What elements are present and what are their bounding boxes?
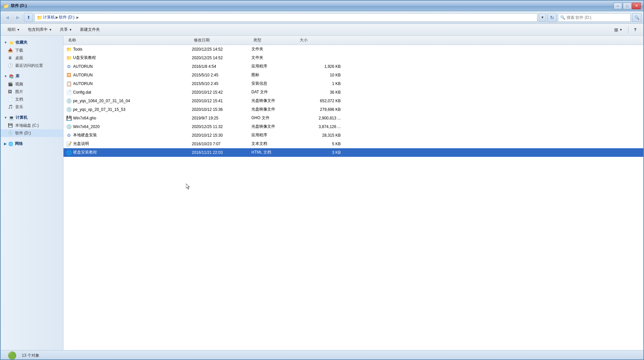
file-size: 5 KB xyxy=(298,142,341,146)
sidebar-item-recent[interactable]: 🕐 最近访问的位置 xyxy=(1,62,63,69)
sidebar-item-local-c[interactable]: 💾 本地磁盘 (C:) xyxy=(1,122,63,129)
back-button[interactable]: ◀ xyxy=(3,13,12,22)
sidebar-header-network[interactable]: ▶ 🌐 网络 xyxy=(1,140,63,148)
new-folder-button[interactable]: 新建文件夹 xyxy=(76,25,104,34)
file-type: 应用程序 xyxy=(251,64,298,69)
library-chevron-icon: ▼ xyxy=(49,28,52,31)
documents-icon: 📄 xyxy=(8,97,13,102)
table-row[interactable]: ⚙ AUTORUN 2016/1/8 4:54 应用程序 1,926 KB xyxy=(64,62,643,71)
file-size: 3,874,126 ... xyxy=(298,124,341,129)
table-row[interactable]: 📁 U盘安装教程 2020/12/25 14:52 文件夹 xyxy=(64,54,643,62)
file-type: 安装信息 xyxy=(251,81,298,86)
sidebar-desktop-label: 桌面 xyxy=(15,55,23,61)
file-name: AUTORUN xyxy=(73,73,93,77)
sidebar-item-music[interactable]: 🎵 音乐 xyxy=(1,103,63,111)
table-row[interactable]: 💾 Win7x64.gho 2019/9/7 19:25 GHO 文件 2,90… xyxy=(64,114,643,122)
recent-icon: 🕐 xyxy=(8,63,13,68)
sidebar-header-libraries[interactable]: ▼ 📚 库 xyxy=(1,72,63,80)
minimize-button[interactable]: ─ xyxy=(614,3,622,9)
file-name: 光盘说明 xyxy=(73,141,89,147)
table-row[interactable]: ⚙ 本地硬盘安装 2020/10/12 15:30 应用程序 28,315 KB xyxy=(64,131,643,140)
file-size: 36 KB xyxy=(298,90,341,95)
file-type: HTML 文档 xyxy=(251,150,298,155)
file-date: 2020/12/25 14:52 xyxy=(192,56,251,60)
title-bar-left: 📁 软件 (D:) xyxy=(3,3,27,9)
view-button[interactable]: ⊞ ▼ xyxy=(611,25,626,34)
table-row[interactable]: 💿 Win7x64_2020 2020/12/25 11:32 光盘映像文件 3… xyxy=(64,122,643,131)
toolbar: 组织 ▼ 包含到库中 ▼ 共享 ▼ 新建文件夹 ⊞ ▼ ? xyxy=(1,24,643,36)
table-row[interactable]: 📋 AUTORUN 2015/5/10 2:45 安装信息 1 KB xyxy=(64,79,643,88)
favorites-star-icon: ⭐ xyxy=(9,40,14,45)
column-size-label: 大小 xyxy=(300,37,308,43)
table-row[interactable]: 📁 Tools 2020/12/25 14:52 文件夹 xyxy=(64,45,643,54)
sidebar-header-computer[interactable]: ▼ 💻 计算机 xyxy=(1,113,63,122)
column-header-date[interactable]: 修改日期 xyxy=(192,36,251,45)
sidebar-item-pictures[interactable]: 🖼 图片 xyxy=(1,88,63,96)
column-header-type[interactable]: 类型 xyxy=(251,36,298,45)
network-icon: 🌐 xyxy=(8,142,13,146)
breadcrumb-bar[interactable]: 📁 计算机 ▶ 软件 (D:) ▶ xyxy=(34,13,537,22)
file-name: Win7x64.gho xyxy=(73,116,96,120)
sidebar-item-desktop[interactable]: 🖥 桌面 xyxy=(1,54,63,62)
table-row[interactable]: 💿 pe_yqs_1064_20_07_31_16_04 2020/10/12 … xyxy=(64,97,643,105)
downloads-icon: 📥 xyxy=(8,48,13,53)
search-input[interactable] xyxy=(567,15,628,20)
back-icon: ◀ xyxy=(6,15,9,20)
file-name: 本地硬盘安装 xyxy=(73,132,97,138)
sidebar-header-favorites[interactable]: ▼ ⭐ 收藏夹 xyxy=(1,38,63,47)
file-icon: 💾 xyxy=(66,115,71,121)
title-bar: 📁 软件 (D:) ─ □ ✕ xyxy=(1,1,643,11)
sidebar-item-downloads[interactable]: 📥 下载 xyxy=(1,47,63,54)
file-size: 28,315 KB xyxy=(298,133,341,138)
share-chevron-icon: ▼ xyxy=(69,28,72,31)
close-button[interactable]: ✕ xyxy=(632,3,641,9)
table-row[interactable]: 🖼 AUTORUN 2015/5/10 2:45 图标 10 KB xyxy=(64,71,643,79)
breadcrumb-dropdown-icon: ▶ xyxy=(76,16,79,19)
include-in-library-button[interactable]: 包含到库中 ▼ xyxy=(24,25,56,34)
breadcrumb-computer[interactable]: 计算机 ▶ xyxy=(43,15,58,20)
column-header-size[interactable]: 大小 xyxy=(298,36,341,45)
sidebar-item-documents[interactable]: 📄 文档 xyxy=(1,96,63,103)
file-icon: 📁 xyxy=(66,47,71,52)
share-button[interactable]: 共享 ▼ xyxy=(56,25,76,34)
sidebar-software-d-label: 软件 (D:) xyxy=(15,130,31,136)
search-button[interactable]: 🔍 xyxy=(632,13,641,22)
refresh-button[interactable]: ↻ xyxy=(547,13,557,22)
table-row[interactable]: 📝 光盘说明 2016/10/23 7:07 文本文档 5 KB xyxy=(64,140,643,148)
maximize-button[interactable]: □ xyxy=(623,3,631,9)
table-row[interactable]: 💿 pe_yqs_xp_20_07_31_15_53 2020/10/12 15… xyxy=(64,105,643,114)
sidebar-item-videos[interactable]: 🎬 视频 xyxy=(1,80,63,88)
breadcrumb-drive[interactable]: 软件 (D:) ▶ xyxy=(59,15,79,20)
refresh-icon: ↻ xyxy=(550,15,554,20)
file-type: 应用程序 xyxy=(251,132,298,138)
file-name: 硬盘安装教程 xyxy=(73,150,97,155)
organize-button[interactable]: 组织 ▼ xyxy=(4,25,23,34)
address-dropdown-button[interactable]: ▼ xyxy=(539,13,546,22)
file-name: AUTORUN xyxy=(73,81,93,86)
sidebar-local-c-label: 本地磁盘 (C:) xyxy=(15,123,39,128)
file-icon: 📁 xyxy=(66,55,71,61)
file-icon: 📋 xyxy=(66,81,71,86)
table-row[interactable]: 🌐 硬盘安装教程 2016/11/21 22:03 HTML 文档 3 KB xyxy=(64,148,643,157)
sidebar-item-software-d[interactable]: 💿 软件 (D:) xyxy=(1,129,63,137)
sidebar-section-libraries: ▼ 📚 库 🎬 视频 🖼 图片 📄 文档 🎵 xyxy=(1,72,63,111)
music-icon: 🎵 xyxy=(8,105,13,110)
column-date-label: 修改日期 xyxy=(194,37,210,43)
new-folder-label: 新建文件夹 xyxy=(80,27,100,32)
up-button[interactable]: ⬆ xyxy=(24,13,33,22)
file-name: Win7x64_2020 xyxy=(73,124,100,129)
address-bar: ◀ ▶ ⬆ 📁 计算机 ▶ 软件 (D:) ▶ ▼ ↻ 🔍 xyxy=(1,11,643,24)
file-icon: 💿 xyxy=(66,124,71,129)
sidebar-downloads-label: 下载 xyxy=(15,48,23,53)
file-icon: 📝 xyxy=(66,141,71,147)
column-header-name[interactable]: 名称 xyxy=(66,36,192,45)
computer-expand-icon: ▼ xyxy=(4,116,7,119)
toolbar-separator xyxy=(628,26,628,33)
help-button[interactable]: ? xyxy=(630,25,640,34)
network-expand-icon: ▶ xyxy=(4,142,7,146)
table-row[interactable]: 📄 Config.dat 2020/10/12 15:42 DAT 文件 36 … xyxy=(64,88,643,97)
file-type: 文本文档 xyxy=(251,141,298,147)
forward-button[interactable]: ▶ xyxy=(13,13,22,22)
sidebar-videos-label: 视频 xyxy=(15,81,23,87)
sidebar-libraries-label: 库 xyxy=(16,73,20,79)
